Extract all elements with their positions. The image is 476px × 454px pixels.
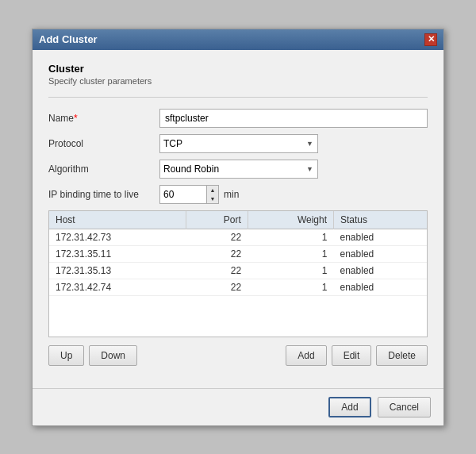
up-down-buttons: Up Down	[48, 345, 137, 366]
dialog-footer: Add Cancel	[33, 388, 443, 425]
min-label: min	[224, 189, 239, 200]
hosts-table: Host Port Weight Status 172.31.42.73 22 …	[49, 211, 427, 296]
cell-status: enabled	[334, 229, 427, 245]
cell-status: enabled	[334, 245, 427, 262]
col-host: Host	[49, 211, 186, 229]
col-status: Status	[334, 211, 427, 229]
hosts-table-container: Host Port Weight Status 172.31.42.73 22 …	[48, 210, 428, 337]
section-divider	[48, 97, 428, 98]
section-subtitle: Specify cluster parameters	[48, 76, 428, 86]
protocol-select[interactable]: TCP UDP	[159, 134, 318, 153]
cell-host: 172.31.35.13	[49, 262, 186, 279]
dialog-title: Add Cluster	[39, 33, 98, 45]
name-row: Name*	[48, 109, 428, 128]
add-button[interactable]: Add	[328, 397, 370, 417]
cell-status: enabled	[334, 279, 427, 295]
cell-weight: 1	[248, 229, 333, 245]
cell-status: enabled	[334, 262, 427, 279]
protocol-select-wrapper: TCP UDP	[159, 134, 318, 153]
add-cluster-dialog: Add Cluster ✕ Cluster Specify cluster pa…	[32, 29, 444, 426]
cell-port: 22	[186, 229, 248, 245]
protocol-label: Protocol	[48, 138, 159, 149]
spinner-buttons: ▲ ▼	[207, 185, 219, 204]
cell-port: 22	[186, 245, 248, 262]
section-title: Cluster	[48, 63, 428, 75]
close-button[interactable]: ✕	[424, 33, 437, 46]
ip-binding-input[interactable]	[159, 185, 207, 204]
dialog-body: Cluster Specify cluster parameters Name*…	[33, 50, 443, 388]
ip-binding-row: IP binding time to live ▲ ▼ min	[48, 185, 428, 204]
ip-binding-spinner: ▲ ▼ min	[159, 185, 239, 204]
cell-weight: 1	[248, 245, 333, 262]
table-row[interactable]: 172.31.35.13 22 1 enabled	[49, 262, 427, 279]
cell-host: 172.31.35.11	[49, 245, 186, 262]
table-row[interactable]: 172.31.42.73 22 1 enabled	[49, 229, 427, 245]
name-label: Name*	[48, 113, 159, 124]
table-action-buttons: Up Down Add Edit Delete	[48, 345, 428, 366]
cell-port: 22	[186, 262, 248, 279]
add-row-button[interactable]: Add	[286, 345, 326, 366]
table-row[interactable]: 172.31.35.11 22 1 enabled	[49, 245, 427, 262]
spinner-up-button[interactable]: ▲	[207, 186, 218, 194]
ip-binding-label: IP binding time to live	[48, 189, 159, 200]
col-weight: Weight	[248, 211, 333, 229]
algorithm-select[interactable]: Round Robin Weighted Round Robin Least C…	[159, 160, 318, 179]
table-header-row: Host Port Weight Status	[49, 211, 427, 229]
algorithm-select-wrapper: Round Robin Weighted Round Robin Least C…	[159, 160, 318, 179]
algorithm-row: Algorithm Round Robin Weighted Round Rob…	[48, 160, 428, 179]
add-edit-delete-buttons: Add Edit Delete	[286, 345, 428, 366]
cell-port: 22	[186, 279, 248, 295]
cell-host: 172.31.42.73	[49, 229, 186, 245]
spinner-down-button[interactable]: ▼	[207, 194, 218, 203]
cancel-button[interactable]: Cancel	[378, 397, 431, 417]
algorithm-label: Algorithm	[48, 164, 159, 175]
dialog-titlebar: Add Cluster ✕	[33, 29, 443, 50]
protocol-row: Protocol TCP UDP	[48, 134, 428, 153]
down-button[interactable]: Down	[89, 345, 137, 366]
cell-host: 172.31.42.74	[49, 279, 186, 295]
up-button[interactable]: Up	[48, 345, 84, 366]
cell-weight: 1	[248, 262, 333, 279]
name-input[interactable]	[159, 109, 428, 128]
table-row[interactable]: 172.31.42.74 22 1 enabled	[49, 279, 427, 295]
delete-button[interactable]: Delete	[376, 345, 428, 366]
edit-button[interactable]: Edit	[332, 345, 372, 366]
cell-weight: 1	[248, 279, 333, 295]
col-port: Port	[186, 211, 248, 229]
